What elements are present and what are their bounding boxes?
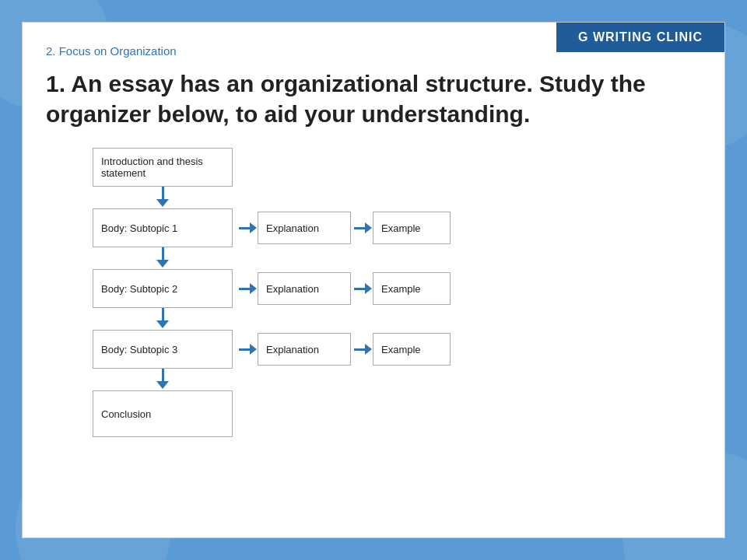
arrow-right-2 bbox=[239, 283, 258, 294]
arrow-down-1 bbox=[155, 187, 170, 208]
arrow-down-3 bbox=[155, 308, 170, 330]
intro-box: Introduction and thesis statement bbox=[93, 148, 233, 187]
arrow-down-4 bbox=[155, 369, 170, 390]
main-card: G WRITING CLINIC 2. Focus on Organizatio… bbox=[22, 22, 725, 538]
body-row-1: Body: Subtopic 1 Explanation Example bbox=[93, 208, 451, 247]
main-heading: 1. An essay has an organizational struct… bbox=[46, 68, 668, 129]
conclusion-box: Conclusion bbox=[93, 390, 233, 437]
row-2-right: Explanation Example bbox=[239, 269, 451, 308]
arrow-right-1b bbox=[354, 222, 373, 233]
arrow-down-2 bbox=[155, 247, 170, 269]
explanation-1-box: Explanation bbox=[258, 212, 351, 244]
brand-bar: G WRITING CLINIC bbox=[556, 23, 724, 52]
subtopic-1-box: Body: Subtopic 1 bbox=[93, 208, 233, 247]
arrow-right-3 bbox=[239, 344, 258, 355]
arrow-right-2b bbox=[354, 283, 373, 294]
arrow-right-3b bbox=[354, 344, 373, 355]
subtopic-2-box: Body: Subtopic 2 bbox=[93, 269, 233, 308]
example-1-box: Example bbox=[373, 212, 451, 244]
example-2-box: Example bbox=[373, 272, 451, 305]
body-row-3: Body: Subtopic 3 Explanation Example bbox=[93, 330, 451, 369]
explanation-2-box: Explanation bbox=[258, 272, 351, 305]
explanation-3-box: Explanation bbox=[258, 333, 351, 366]
row-1-right: Explanation Example bbox=[239, 208, 451, 247]
arrow-right-1 bbox=[239, 222, 258, 233]
brand-label: G WRITING CLINIC bbox=[578, 30, 703, 44]
row-3-right: Explanation Example bbox=[239, 330, 451, 369]
subtopic-3-box: Body: Subtopic 3 bbox=[93, 330, 233, 369]
organizer-diagram: Introduction and thesis statement Body: … bbox=[46, 148, 701, 437]
body-row-2: Body: Subtopic 2 Explanation Example bbox=[93, 269, 451, 308]
example-3-box: Example bbox=[373, 333, 451, 366]
